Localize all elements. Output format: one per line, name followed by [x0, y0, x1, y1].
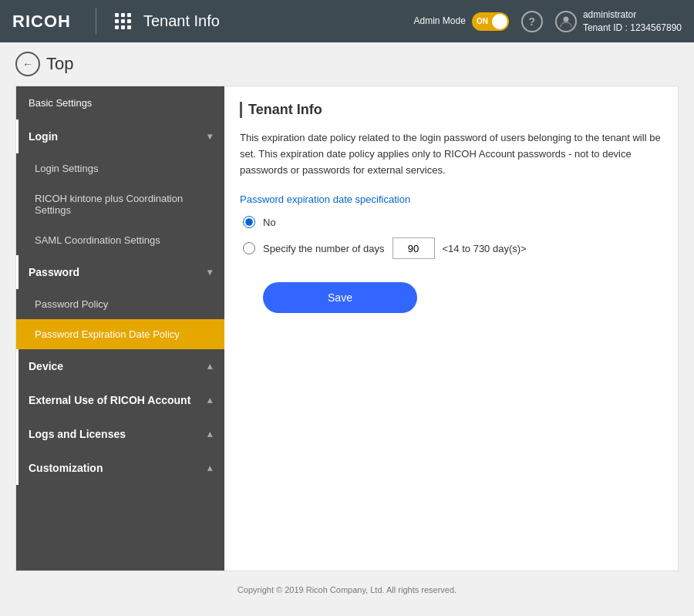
- help-icon[interactable]: ?: [521, 11, 543, 32]
- chevron-down-icon-password: ▾: [207, 267, 212, 278]
- breadcrumb-bar: ← Top: [0, 42, 694, 86]
- sidebar-external-label: External Use of RICOH Account: [29, 394, 190, 406]
- sidebar: Basic Settings Login ▾ Login Settings RI…: [16, 86, 224, 571]
- radio-no-label: No: [263, 217, 276, 228]
- breadcrumb-text: Top: [46, 54, 73, 74]
- admin-mode-toggle[interactable]: ON: [472, 12, 509, 31]
- main-container: Basic Settings Login ▾ Login Settings RI…: [15, 86, 679, 571]
- ricoh-logo: RICOH: [12, 12, 71, 32]
- header: RICOH Tenant Info Admin Mode ON ?: [0, 0, 694, 42]
- admin-mode-container: Admin Mode ON: [414, 12, 509, 31]
- radio-no[interactable]: [243, 216, 255, 228]
- sidebar-device-label: Device: [29, 360, 63, 372]
- toggle-knob: [492, 14, 507, 29]
- sidebar-item-password-policy[interactable]: Password Policy: [16, 289, 224, 319]
- admin-mode-label: Admin Mode: [414, 15, 466, 26]
- days-input[interactable]: [392, 237, 435, 259]
- sidebar-section-external[interactable]: External Use of RICOH Account ▴: [16, 383, 224, 417]
- chevron-up-icon-customization: ▴: [207, 463, 212, 473]
- user-avatar-icon: [555, 11, 577, 32]
- sidebar-section-password[interactable]: Password ▾: [16, 255, 224, 289]
- grid-menu-icon[interactable]: [115, 13, 131, 29]
- radio-days-label: Specify the number of days: [263, 243, 385, 254]
- footer: Copyright © 2019 Ricoh Company, Ltd. All…: [0, 579, 694, 601]
- chevron-down-icon: ▾: [207, 131, 212, 142]
- sidebar-logs-label: Logs and Licenses: [29, 428, 126, 440]
- header-divider: [96, 8, 96, 35]
- sidebar-item-password-expiration[interactable]: Password Expiration Date Policy: [16, 319, 224, 349]
- copyright-text: Copyright © 2019 Ricoh Company, Ltd. All…: [238, 585, 456, 594]
- days-range-label: <14 to 730 day(s)>: [443, 243, 527, 254]
- radio-group: No Specify the number of days <14 to 730…: [243, 216, 662, 259]
- description-text: This expiration date policy related to t…: [240, 130, 662, 178]
- sidebar-password-label: Password: [29, 266, 79, 278]
- sidebar-item-saml[interactable]: SAML Coordination Settings: [16, 225, 224, 255]
- section-label: Password expiration date specification: [240, 194, 662, 205]
- page-header-title: Tenant Info: [143, 12, 402, 30]
- radio-days[interactable]: [243, 242, 255, 254]
- header-right: Admin Mode ON ? administrator Tenant ID …: [414, 8, 682, 35]
- radio-option-no[interactable]: No: [243, 216, 662, 228]
- sidebar-item-login-settings[interactable]: Login Settings: [16, 153, 224, 183]
- sidebar-customization-label: Customization: [29, 462, 103, 474]
- chevron-up-icon-external: ▴: [207, 395, 212, 406]
- page-title: Tenant Info: [240, 102, 662, 118]
- save-button[interactable]: Save: [263, 282, 417, 313]
- sidebar-section-device[interactable]: Device ▴: [16, 349, 224, 383]
- sidebar-section-logs[interactable]: Logs and Licenses ▴: [16, 417, 224, 451]
- tenant-id: Tenant ID : 1234567890: [583, 22, 682, 35]
- radio-option-days[interactable]: Specify the number of days <14 to 730 da…: [243, 237, 662, 259]
- sidebar-item-basic-settings[interactable]: Basic Settings: [16, 86, 224, 119]
- username: administrator: [583, 8, 682, 22]
- content-area: Tenant Info This expiration date policy …: [224, 86, 678, 571]
- chevron-up-icon-device: ▴: [207, 361, 212, 372]
- user-info: administrator Tenant ID : 1234567890: [583, 8, 682, 35]
- sidebar-section-login[interactable]: Login ▾: [16, 119, 224, 153]
- back-button[interactable]: ←: [15, 52, 40, 76]
- user-info-container: administrator Tenant ID : 1234567890: [555, 8, 682, 35]
- sidebar-login-label: Login: [29, 130, 58, 143]
- sidebar-item-ricoh-kintone[interactable]: RICOH kintone plus Coordination Settings: [16, 183, 224, 225]
- chevron-up-icon-logs: ▴: [207, 429, 212, 439]
- sidebar-section-customization[interactable]: Customization ▴: [16, 451, 224, 485]
- svg-point-0: [563, 16, 568, 22]
